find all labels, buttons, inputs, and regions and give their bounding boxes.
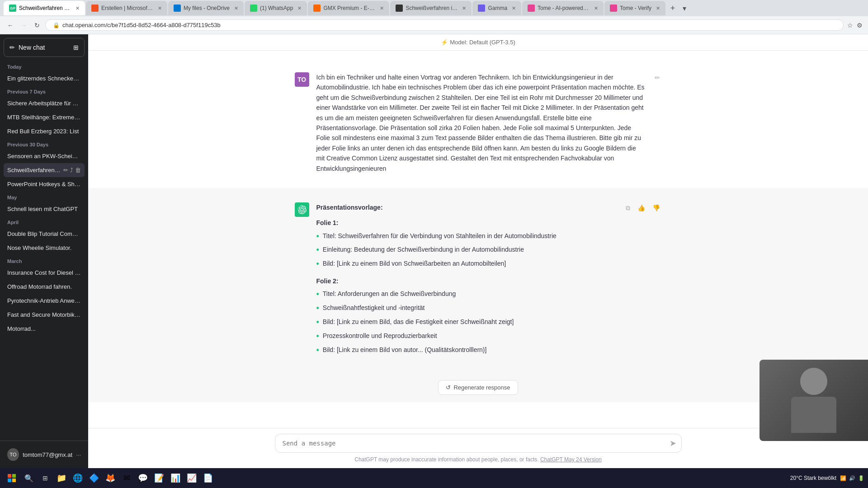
- tab-title-tome1: Tome - AI-powered st...: [538, 5, 590, 11]
- chat-item-offroad[interactable]: Offroad Motorrad fahren.: [4, 280, 85, 294]
- tab-close-onedrive[interactable]: ✕: [234, 5, 238, 11]
- taskbar-notepad[interactable]: 📄: [201, 471, 215, 485]
- chat-item-powerpoint[interactable]: PowerPoint Hotkeys & Shortc...: [4, 177, 85, 191]
- star-icon[interactable]: ☆: [847, 22, 853, 29]
- tab-gamma[interactable]: Gamma ✕: [472, 1, 521, 15]
- reload-button[interactable]: ↻: [33, 20, 42, 31]
- edit-icon[interactable]: ✏: [63, 167, 68, 174]
- taskbar-powerpoint[interactable]: 📊: [168, 471, 183, 485]
- section-april: April: [4, 216, 85, 227]
- user-row[interactable]: TO tomtom77@gmx.at ···: [4, 445, 85, 465]
- chat-item-sicherejobs[interactable]: Sichere Arbeitsplätze für LKW...: [4, 96, 85, 110]
- new-chat-button[interactable]: ✏ New chat ⊞: [4, 38, 85, 57]
- chat-messages: TO Ich bin ein Techniker und halte einen…: [88, 51, 868, 428]
- tab-close-github[interactable]: ✕: [462, 5, 466, 11]
- tab-gmx[interactable]: GMX Premium - E-M... ✕: [308, 1, 389, 15]
- regenerate-button[interactable]: ↺ Regenerate response: [438, 380, 518, 395]
- tab-github[interactable]: Schweißverfahren in... ✕: [390, 1, 472, 15]
- tab-tome1[interactable]: Tome - AI-powered st... ✕: [522, 1, 604, 15]
- address-bar: ← → ↻ 🔒 chat.openai.com/c/be7f1d5d-8d52-…: [0, 16, 868, 34]
- chat-item-mtb[interactable]: MTB Steilhänge: Extreme Fah...: [4, 110, 85, 124]
- tab-close-tome2[interactable]: ✕: [656, 5, 660, 11]
- url-bar[interactable]: 🔒 chat.openai.com/c/be7f1d5d-8d52-4664-a…: [45, 19, 844, 31]
- taskbar-explorer[interactable]: 📁: [54, 471, 69, 485]
- user-email: tomtom77@gmx.at: [23, 451, 72, 458]
- extension-icon[interactable]: ⚙: [857, 22, 863, 29]
- tab-close-active[interactable]: ✕: [75, 5, 80, 11]
- back-button[interactable]: ←: [5, 20, 15, 31]
- tab-close-gamma[interactable]: ✕: [512, 5, 516, 11]
- svg-rect-2: [8, 479, 11, 482]
- body-silhouette: [791, 397, 836, 433]
- forward-button[interactable]: →: [19, 20, 29, 31]
- address-bar-icons: ☆ ⚙: [847, 22, 863, 29]
- tab-active[interactable]: GP Schweißverfahren fü... ✕: [4, 1, 85, 15]
- chat-item-schweiss-active[interactable]: Schweißverfahren fü... ✏ ⤴ 🗑: [4, 163, 85, 177]
- chat-item-text-active: Schweißverfahren fü...: [7, 167, 61, 174]
- sidebar-toggle-icon[interactable]: ⊞: [73, 44, 79, 51]
- taskbar-word[interactable]: 📝: [152, 471, 166, 485]
- new-tab-button[interactable]: +: [666, 2, 679, 14]
- person-silhouette: [791, 368, 836, 433]
- share-icon[interactable]: ⤴: [70, 167, 73, 174]
- chat-item-text: Schnell lesen mit ChatGPT: [7, 206, 81, 212]
- tab-favicon-tome1: [528, 5, 535, 12]
- assistant-message-actions: ⧉ 👍 👎: [624, 202, 662, 359]
- chat-item-text: PowerPoint Hotkeys & Shortc...: [7, 181, 81, 188]
- search-taskbar-icon: 🔍: [24, 474, 33, 483]
- taskbar-teams[interactable]: 💬: [136, 471, 150, 485]
- assistant-prefix: Präsentationsvorlage:: [316, 202, 617, 212]
- chat-item-fastsecure[interactable]: Fast and Secure Motorbike Lo...: [4, 308, 85, 322]
- mail-icon: ✉: [123, 473, 130, 483]
- disclaimer-link[interactable]: ChatGPT May 24 Version: [540, 456, 602, 463]
- taskbar-firefox[interactable]: 🦊: [103, 471, 118, 485]
- sidebar: ✏ New chat ⊞ Today Ein glitzerndes Schne…: [0, 34, 88, 468]
- chat-item-text: Sensoren an PKW-Scheiben: [7, 153, 81, 160]
- taskbar-task-view[interactable]: ⊞: [38, 471, 52, 485]
- taskbar-edge[interactable]: 🔷: [87, 471, 101, 485]
- edit-message-icon[interactable]: ✏: [653, 72, 662, 83]
- chat-item-pyrotechnik[interactable]: Pyrotechnik-Antrieb Anwend...: [4, 294, 85, 308]
- tab-favicon-ms: [91, 5, 99, 12]
- thumbsdown-icon[interactable]: 👎: [651, 202, 662, 213]
- message-input[interactable]: [275, 434, 682, 453]
- powerpoint-icon: 📊: [170, 473, 180, 483]
- chat-item-nosewheeliesim[interactable]: Nose Wheelie Simulator.: [4, 241, 85, 255]
- taskbar-search[interactable]: 🔍: [22, 471, 36, 485]
- user-icon: TO: [7, 448, 19, 461]
- regen-container: ↺ Regenerate response: [88, 373, 868, 402]
- tab-overflow-button[interactable]: ▾: [680, 4, 689, 13]
- tab-close-whatsapp[interactable]: ✕: [297, 5, 302, 11]
- thumbsup-icon[interactable]: 👍: [636, 202, 647, 213]
- user-message-text: Ich bin ein Techniker und halte einen Vo…: [316, 72, 646, 174]
- folie2-bullet-text-1: Titel: Anforderungen an die Schweißverbi…: [323, 289, 456, 301]
- send-button[interactable]: ➤: [670, 438, 676, 448]
- taskbar-mail[interactable]: ✉: [119, 471, 134, 485]
- chat-item-doubleblip[interactable]: Double Blip Tutorial Compilati...: [4, 227, 85, 241]
- taskbar-chrome[interactable]: 🌐: [71, 471, 85, 485]
- bullet-dot: •: [316, 316, 319, 329]
- folie1-bullet-text-3: Bild: [Link zu einem Bild von Schweißarb…: [323, 258, 506, 271]
- tab-ms[interactable]: Erstellen | Microsoft 3... ✕: [86, 1, 167, 15]
- tab-title-whatsapp: (1) WhatsApp: [260, 5, 293, 11]
- tab-onedrive[interactable]: My files - OneDrive ✕: [168, 1, 244, 15]
- tab-whatsapp[interactable]: (1) WhatsApp ✕: [245, 1, 307, 15]
- teams-icon: 💬: [138, 473, 148, 483]
- tab-close-tome1[interactable]: ✕: [594, 5, 598, 11]
- taskbar-excel[interactable]: 📈: [184, 471, 199, 485]
- delete-icon[interactable]: 🗑: [75, 167, 81, 174]
- tab-close-ms[interactable]: ✕: [158, 5, 162, 11]
- chat-item-redbull[interactable]: Red Bull Erzberg 2023: List: [4, 124, 85, 138]
- tab-close-gmx[interactable]: ✕: [380, 5, 384, 11]
- video-person: [760, 360, 868, 441]
- chat-item-insurance[interactable]: Insurance Cost for Diesel Car: [4, 266, 85, 280]
- chat-item-sensoren[interactable]: Sensoren an PKW-Scheiben: [4, 149, 85, 163]
- user-menu-dots[interactable]: ···: [76, 451, 81, 458]
- start-button[interactable]: [4, 470, 20, 486]
- tab-tome2[interactable]: Tome - Verify ✕: [604, 1, 665, 15]
- chat-item-motorrad[interactable]: Motorrad...: [4, 322, 85, 336]
- chat-item-schnelllesen[interactable]: Schnell lesen mit ChatGPT: [4, 202, 85, 216]
- chat-item-glittering[interactable]: Ein glitzerndes Schnecken-Ab...: [4, 71, 85, 85]
- section-may: May: [4, 191, 85, 202]
- copy-icon[interactable]: ⧉: [624, 202, 632, 214]
